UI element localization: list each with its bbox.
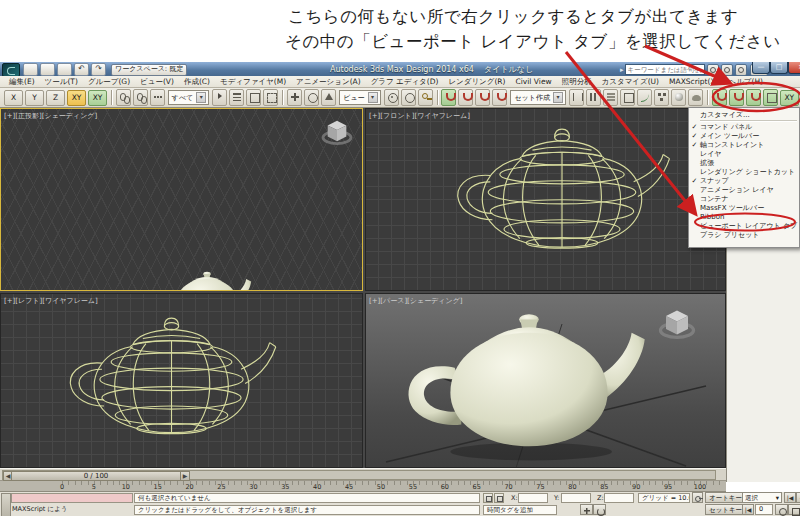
viewport-label-front[interactable]: [+][フロント][ワイヤフレーム] xyxy=(369,111,470,121)
viewport-perspective[interactable]: [+][パース][シェーディング] xyxy=(365,293,726,468)
viewport-left[interactable]: [+][レフト][ワイヤフレーム] xyxy=(0,293,363,468)
axis-plane-flyout-button[interactable]: XY xyxy=(88,90,107,106)
context-menu-item-13[interactable]: ブラシ プリセット xyxy=(689,230,799,239)
select-object-icon[interactable] xyxy=(212,89,227,106)
next-frame-arrow-icon[interactable]: ▶ xyxy=(180,471,190,481)
render-setup-icon[interactable] xyxy=(688,89,703,106)
window-crossing-icon[interactable] xyxy=(263,89,278,106)
set-keys-icon[interactable] xyxy=(692,492,703,503)
menu-item-4[interactable]: 作成(C) xyxy=(179,77,215,87)
axis-x-button[interactable]: X xyxy=(4,90,23,106)
teapot-model-wireframe[interactable] xyxy=(446,127,678,264)
go-to-start-icon[interactable]: |◀ xyxy=(784,492,796,503)
teapot-model-shaded-small[interactable] xyxy=(157,267,257,291)
menu-item-12[interactable]: MAXScript(X) xyxy=(664,77,723,86)
snap-3d-icon[interactable] xyxy=(746,89,761,106)
menu-item-3[interactable]: ビュー(V) xyxy=(135,77,179,87)
select-by-name-icon[interactable] xyxy=(229,89,244,106)
time-slider-handle[interactable]: 0 / 100 xyxy=(11,471,181,481)
redo-icon[interactable]: ↷ xyxy=(91,63,106,76)
menu-item-10[interactable]: 照明分析 xyxy=(557,77,597,87)
3dsmax-logo-icon[interactable] xyxy=(2,63,20,77)
new-file-icon[interactable] xyxy=(23,63,38,76)
maximize-viewport-toggle-icon[interactable] xyxy=(788,504,800,515)
close-button[interactable]: × xyxy=(788,62,800,74)
spinner-snap-icon[interactable] xyxy=(492,89,507,106)
axis-xy-button[interactable]: XY xyxy=(67,90,86,106)
axis-constraint-toggle-icon[interactable] xyxy=(763,89,778,106)
absolute-offset-mode-icon[interactable] xyxy=(494,493,504,503)
angle-snap-icon[interactable] xyxy=(458,89,473,106)
minimize-button[interactable]: — xyxy=(752,62,770,74)
select-and-link-icon[interactable] xyxy=(116,89,131,106)
maximize-button[interactable]: □ xyxy=(770,62,788,74)
add-time-tag-field[interactable]: 時間タグを追加 xyxy=(483,505,557,515)
select-and-scale-icon[interactable] xyxy=(321,89,336,106)
layer-manager-icon[interactable] xyxy=(603,89,618,106)
zoom-icon[interactable] xyxy=(775,504,788,515)
menu-item-11[interactable]: カスタマイズ(U) xyxy=(597,77,664,87)
menu-item-7[interactable]: グラフ エディタ(D) xyxy=(366,77,444,87)
teapot-model-wireframe[interactable] xyxy=(59,316,284,449)
unlink-selection-icon[interactable] xyxy=(133,89,148,106)
menu-item-8[interactable]: レンダリング(R) xyxy=(443,77,510,87)
snap-2d-icon[interactable] xyxy=(712,89,727,106)
menu-item-1[interactable]: ツール(T) xyxy=(40,77,83,87)
menu-item-6[interactable]: アニメーション(A) xyxy=(291,77,366,87)
context-menu-item-10[interactable]: MassFX ツールバー xyxy=(689,203,799,212)
set-key-button[interactable]: セットキー xyxy=(705,504,746,515)
keyboard-shortcut-override-icon[interactable] xyxy=(418,89,433,106)
coord-z-field[interactable] xyxy=(604,493,634,503)
undo-icon[interactable]: ↶ xyxy=(74,63,89,76)
select-and-rotate-icon[interactable] xyxy=(304,89,319,106)
coord-y-field[interactable] xyxy=(561,493,591,503)
menu-item-2[interactable]: グループ(G) xyxy=(83,77,135,87)
coord-x-field[interactable] xyxy=(518,493,548,503)
viewport-front[interactable]: [+][フロント][ワイヤフレーム] xyxy=(365,108,726,291)
favorites-icon[interactable] xyxy=(735,64,747,76)
viewport-label-orthographic[interactable]: [+][正投影][シェーディング] xyxy=(4,111,97,121)
menu-item-9[interactable]: Civil View xyxy=(511,77,557,86)
viewcube[interactable] xyxy=(320,117,354,145)
graphite-ribbon-icon[interactable] xyxy=(620,89,635,106)
menu-item-5[interactable]: モディファイヤ(M) xyxy=(215,77,291,87)
schematic-view-icon[interactable] xyxy=(654,89,669,106)
bind-to-spacewarp-icon[interactable] xyxy=(150,89,165,106)
named-selection-sets-dropdown[interactable]: セット作成▾ xyxy=(510,90,566,105)
viewport-label-perspective[interactable]: [+][パース][シェーディング] xyxy=(369,296,463,306)
selection-filter-dropdown[interactable]: すべて▾ xyxy=(168,90,210,105)
pan-view-icon[interactable] xyxy=(580,504,593,515)
orbit-view-icon[interactable] xyxy=(593,504,606,515)
reference-coordinate-dropdown[interactable]: ビュー▾ xyxy=(339,90,380,105)
material-editor-icon[interactable] xyxy=(671,89,686,106)
viewport-orthographic[interactable]: [+][正投影][シェーディング] xyxy=(0,108,363,291)
open-file-icon[interactable] xyxy=(40,63,55,76)
search-icon[interactable] xyxy=(707,64,719,76)
workspace-dropdown[interactable]: ワークスペース: 既定 xyxy=(111,64,187,76)
selection-lock-icon[interactable] xyxy=(483,493,493,503)
save-file-icon[interactable] xyxy=(57,63,72,76)
teapot-model-shaded[interactable] xyxy=(398,302,660,466)
axis-z-button[interactable]: Z xyxy=(46,90,65,106)
search-input[interactable] xyxy=(625,64,705,75)
snap-toggle-icon[interactable] xyxy=(441,89,456,106)
auto-key-button[interactable]: オートキー xyxy=(705,492,746,503)
xy-lock-button[interactable]: XY xyxy=(780,90,799,106)
percent-snap-icon[interactable] xyxy=(475,89,490,106)
track-bar-ruler[interactable]: 0510152025303540455055606570758085909510… xyxy=(0,481,726,492)
search-arrow-icon[interactable]: ▸ xyxy=(620,66,624,74)
go-to-start-icon[interactable]: |◀ xyxy=(742,504,754,515)
time-slider-track[interactable]: ◀ 0 / 100 ▶ xyxy=(2,470,716,480)
curve-editor-icon[interactable] xyxy=(637,89,652,106)
context-menu-item-0[interactable]: カスタマイズ... xyxy=(689,110,799,119)
subscription-icon[interactable] xyxy=(721,64,733,76)
snap-25d-icon[interactable] xyxy=(729,89,744,106)
select-and-manipulate-icon[interactable] xyxy=(401,89,416,106)
use-pivot-point-center-icon[interactable] xyxy=(384,89,399,106)
current-frame-field[interactable]: 0 xyxy=(755,504,773,515)
select-and-move-icon[interactable] xyxy=(287,89,302,106)
viewcube[interactable] xyxy=(657,306,697,339)
menu-item-13[interactable]: ヘルプ(H) xyxy=(724,77,769,87)
previous-frame-icon[interactable]: ◀ xyxy=(796,492,800,503)
align-icon[interactable] xyxy=(586,89,601,106)
